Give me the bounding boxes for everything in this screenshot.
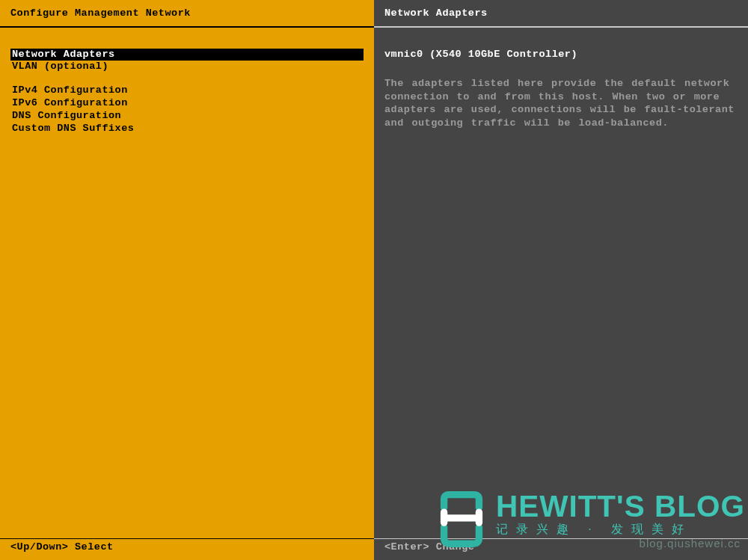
menu-item-vlan[interactable]: VLAN (optional) xyxy=(10,61,364,73)
footer-key-updown: <Up/Down> xyxy=(10,541,68,553)
footer-key-enter: <Enter> xyxy=(384,541,429,553)
detail-description: The adapters listed here provide the def… xyxy=(384,77,738,129)
menu-item-custom-dns-suffixes[interactable]: Custom DNS Suffixes xyxy=(10,123,364,135)
right-footer-hint: <Enter> Change xyxy=(384,541,738,553)
left-panel: Configure Management Network Network Ada… xyxy=(0,0,374,560)
right-panel: Network Adapters vmnic0 (X540 10GbE Cont… xyxy=(374,0,748,560)
menu-spacer xyxy=(10,73,364,84)
dcui-screen: Configure Management Network Network Ada… xyxy=(0,0,748,560)
menu-list: Network Adapters VLAN (optional) IPv4 Co… xyxy=(0,28,374,561)
left-footer-divider xyxy=(0,538,374,540)
footer-action-change: Change xyxy=(429,541,474,553)
right-footer-divider xyxy=(374,538,748,540)
menu-item-ipv6[interactable]: IPv6 Configuration xyxy=(10,97,364,110)
detail-area: vmnic0 (X540 10GbE Controller) The adapt… xyxy=(374,28,748,561)
right-panel-title: Network Adapters xyxy=(374,0,748,26)
left-footer-hint: <Up/Down> Select xyxy=(10,541,364,553)
menu-item-network-adapters[interactable]: Network Adapters xyxy=(10,49,364,61)
menu-item-ipv4[interactable]: IPv4 Configuration xyxy=(10,84,364,97)
footer-action-select: Select xyxy=(68,541,113,553)
left-panel-title: Configure Management Network xyxy=(0,0,374,26)
menu-item-dns[interactable]: DNS Configuration xyxy=(10,110,364,123)
detail-adapter-line: vmnic0 (X540 10GbE Controller) xyxy=(384,49,738,61)
